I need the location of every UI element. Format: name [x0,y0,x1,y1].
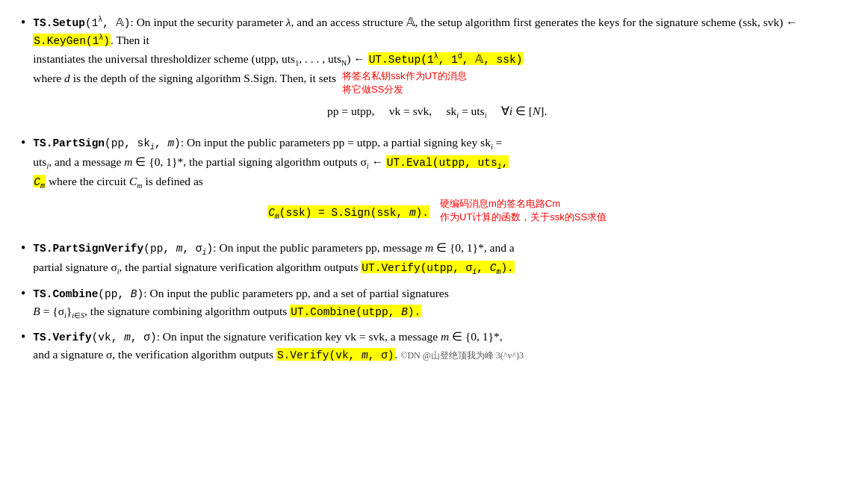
bullet-item-ts-verify: • TS.Verify(vk, m, σ): On input the sign… [21,328,841,364]
ts-setup-line3: where d is the depth of the signing algo… [33,69,841,96]
ts-partsign-label: TS.PartSign(pp, ski, m) [33,137,180,149]
ts-setup-label: TS.Setup(1λ, 𝔸) [33,17,130,29]
ts-setup-formula: pp = utpp, vk = svk, ski = utsi ∀i ∈ [N]… [33,102,841,122]
highlight-sverify: S.Verify(vk, m, σ) [276,348,395,361]
annotation-ss-dist: 将它做SS分发 [342,83,467,96]
ts-setup-annotation: 将签名私钥ssk作为UT的消息 将它做SS分发 [342,69,467,96]
ts-partsign-formula: Cm(ssk) = S.Sign(ssk, m). [267,203,430,223]
bullet-item-ts-partsignverify: • TS.PartSignVerify(pp, m, σi): On input… [21,239,841,279]
ts-setup-line1: TS.Setup(1λ, 𝔸): On input the security p… [33,13,841,50]
ts-partsign-formula-block: Cm(ssk) = S.Sign(ssk, m). 硬编码消息m的签名电路Cm … [33,197,841,228]
bullet-item-ts-partsign: • TS.PartSign(pp, ski, m): On input the … [21,134,841,234]
ts-setup-line3-text: where d is the depth of the signing algo… [33,69,336,87]
ts-partsign-line1: TS.PartSign(pp, ski, m): On input the pu… [33,134,841,153]
bullet-content-5: TS.Verify(vk, m, σ): On input the signat… [33,328,841,364]
annotation-circuit: 硬编码消息m的签名电路Cm [440,197,607,211]
ts-partsign-line2: utsi, and a message m ∈ {0, 1}*, the par… [33,153,841,172]
bullet-content-4: TS.Combine(pp, B): On input the public p… [33,284,841,322]
ts-partsignverify-line1: TS.PartSignVerify(pp, m, σi): On input t… [33,239,841,258]
bullet-item-ts-setup: • TS.Setup(1λ, 𝔸): On input the security… [21,13,841,128]
document-body: • TS.Setup(1λ, 𝔸): On input the security… [21,13,841,364]
bottom-watermark: ©DN @山登绝顶我为峰 3(^v^)3 [400,350,524,361]
ts-partsignverify-line2: partial signature σi, the partial signat… [33,258,841,278]
bullet-dot-3: • [21,238,25,259]
highlight-utcombine: UT.Combine(utpp, B). [290,305,421,317]
ts-verify-line1: TS.Verify(vk, m, σ): On input the signat… [33,328,841,346]
ts-verify-label: TS.Verify(vk, m, σ) [33,332,156,343]
highlight-cm: Cm [33,175,46,187]
bullet-dot-5: • [21,327,25,348]
highlight-utverify: UT.Verify(utpp, σi, Cm). [361,261,514,273]
bullet-dot-1: • [21,13,25,34]
ts-partsign-line3: Cm where the circuit Cm is defined as [33,172,841,192]
ts-combine-line1: TS.Combine(pp, B): On input the public p… [33,284,841,302]
annotation-ut-fn: 作为UT计算的函数，关于ssk的SS求值 [440,211,607,224]
bullet-content-3: TS.PartSignVerify(pp, m, σi): On input t… [33,239,841,279]
bullet-dot-4: • [21,284,25,305]
ts-partsign-annotation-block: 硬编码消息m的签名电路Cm 作为UT计算的函数，关于ssk的SS求值 [440,197,607,224]
ts-partsignverify-label: TS.PartSignVerify(pp, m, σi) [33,243,213,255]
annotation-ssk-ut: 将签名私钥ssk作为UT的消息 [342,69,467,83]
bullet-item-ts-combine: • TS.Combine(pp, B): On input the public… [21,284,841,322]
highlight-cm-formula: Cm(ssk) = S.Sign(ssk, m). [267,205,430,218]
bullet-dot-2: • [21,133,25,154]
highlight-skeygen: S.KeyGen(1λ) [33,34,111,46]
ts-combine-label: TS.Combine(pp, B) [33,288,143,300]
highlight-uteval: UT.Eval(utpp, utsi, [386,155,509,168]
bullet-content-1: TS.Setup(1λ, 𝔸): On input the security p… [33,13,841,128]
ts-combine-line2: B = {σi}i∈S, the signature combining alg… [33,302,841,322]
highlight-utsetup: UT.Setup(1λ, 1d, 𝔸, ssk) [368,52,524,65]
ts-setup-line2: instantiates the universal thresholdizer… [33,50,841,69]
ts-verify-line2: and a signature σ, the verification algo… [33,346,841,364]
bullet-content-2: TS.PartSign(pp, ski, m): On input the pu… [33,134,841,234]
